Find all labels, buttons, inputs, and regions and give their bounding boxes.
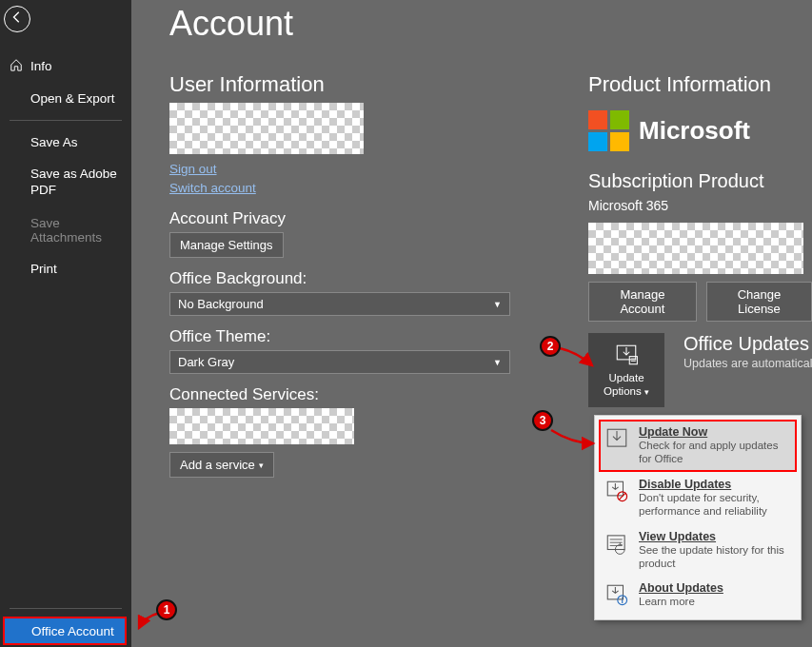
update-options-button[interactable]: Update Options ▾ [588, 333, 664, 407]
disable-icon [604, 478, 629, 506]
page-title: Account [169, 4, 812, 44]
nav-label: Info [30, 59, 52, 73]
nav-label: Save as Adobe PDF [30, 167, 131, 199]
update-options-menu: Update Now Check for and apply updates f… [594, 415, 802, 620]
update-options-line1: Update [608, 372, 644, 383]
info-icon [604, 581, 629, 610]
update-options-icon [614, 343, 639, 369]
manage-account-button[interactable]: Manage Account [588, 282, 697, 322]
office-account-label: Office Account [31, 624, 114, 638]
menu-title: About Updates [639, 581, 723, 595]
office-updates-heading: Office Updates [683, 333, 812, 355]
theme-heading: Office Theme: [169, 327, 512, 346]
privacy-heading: Account Privacy [169, 209, 512, 228]
sign-out-link[interactable]: Sign out [169, 162, 217, 176]
menu-item-about-updates[interactable]: About Updates Learn more [599, 576, 797, 616]
annotation-arrow-3 [547, 426, 599, 451]
product-placeholder [588, 223, 803, 274]
background-value: No Background [178, 297, 264, 311]
update-group: Update Options ▾ Office Updates Updates … [588, 333, 812, 407]
background-heading: Office Background: [169, 269, 512, 288]
menu-item-view-updates[interactable]: View Updates See the update history for … [599, 524, 797, 577]
menu-title: Disable Updates [639, 478, 791, 491]
menu-desc: Don't update for security, performance a… [639, 491, 791, 519]
chevron-down-icon: ▼ [493, 358, 502, 367]
change-license-label: Change License [717, 287, 802, 316]
menu-item-update-now[interactable]: Update Now Check for and apply updates f… [599, 420, 797, 472]
change-license-button[interactable]: Change License [706, 282, 812, 322]
subscription-heading: Subscription Product [588, 170, 812, 192]
svg-line-7 [619, 493, 625, 500]
manage-settings-button[interactable]: Manage Settings [169, 232, 284, 258]
menu-item-disable-updates[interactable]: Disable Updates Don't update for securit… [599, 472, 797, 524]
product-info-heading: Product Information [588, 72, 812, 97]
nav-divider [10, 120, 122, 121]
home-icon [10, 58, 23, 74]
nav-item-save-adobe[interactable]: Save as Adobe PDF [0, 158, 131, 207]
chevron-down-icon: ▾ [259, 461, 264, 470]
annotation-badge-1: 1 [156, 599, 177, 620]
chevron-down-icon: ▾ [644, 387, 649, 397]
connected-heading: Connected Services: [169, 385, 512, 404]
update-options-line2: Options [604, 385, 642, 397]
add-service-button[interactable]: Add a service ▾ [169, 452, 274, 478]
switch-account-link[interactable]: Switch account [169, 181, 256, 195]
microsoft-logo: Microsoft [588, 110, 812, 151]
download-icon [604, 425, 629, 454]
history-icon [604, 530, 629, 559]
nav-label: Print [30, 262, 57, 276]
right-column: Product Information Microsoft Subscripti… [588, 72, 812, 341]
back-button[interactable] [4, 6, 30, 32]
office-account-button[interactable]: Office Account [3, 617, 127, 645]
manage-settings-label: Manage Settings [180, 238, 273, 252]
menu-desc: Learn more [639, 595, 723, 608]
nav-label: Save As [30, 135, 78, 149]
user-info-heading: User Information [169, 72, 512, 97]
office-updates-info: Office Updates Updates are automatically [683, 333, 812, 370]
sidebar: Info Open & Export Save As Save as Adobe… [0, 0, 131, 647]
connected-service-placeholder [169, 408, 354, 444]
add-service-label: Add a service [180, 458, 255, 472]
nav-label: Save Attachments [30, 216, 131, 245]
annotation-badge-3: 3 [532, 410, 553, 431]
menu-title: View Updates [639, 530, 791, 543]
annotation-arrow-2 [556, 344, 598, 373]
nav-item-save-attachments: Save Attachments [0, 207, 131, 253]
user-photo-placeholder [169, 103, 364, 154]
manage-account-label: Manage Account [599, 287, 686, 316]
nav-item-info[interactable]: Info [0, 49, 131, 83]
menu-desc: See the update history for this product [639, 543, 791, 571]
nav-list: Info Open & Export Save As Save as Adobe… [0, 49, 131, 284]
nav-label: Open & Export [30, 91, 115, 106]
microsoft-squares-icon [588, 110, 629, 151]
back-arrow-icon [10, 10, 24, 28]
nav-item-print[interactable]: Print [0, 253, 131, 284]
background-select[interactable]: No Background ▼ [169, 292, 510, 316]
microsoft-text: Microsoft [639, 116, 750, 146]
office-updates-sub: Updates are automatically [683, 357, 812, 370]
menu-desc: Check for and apply updates for Office [639, 439, 791, 466]
sidebar-separator [10, 608, 122, 609]
annotation-badge-2: 2 [540, 336, 561, 357]
nav-item-save-as[interactable]: Save As [0, 127, 131, 158]
left-column: User Information Sign out Switch account… [169, 72, 512, 478]
subscription-name: Microsoft 365 [588, 198, 812, 213]
nav-item-open-export[interactable]: Open & Export [0, 83, 131, 114]
menu-title: Update Now [639, 425, 791, 439]
chevron-down-icon: ▼ [493, 300, 502, 309]
theme-select[interactable]: Dark Gray ▼ [169, 350, 510, 374]
svg-point-14 [622, 598, 623, 598]
theme-value: Dark Gray [178, 355, 234, 369]
